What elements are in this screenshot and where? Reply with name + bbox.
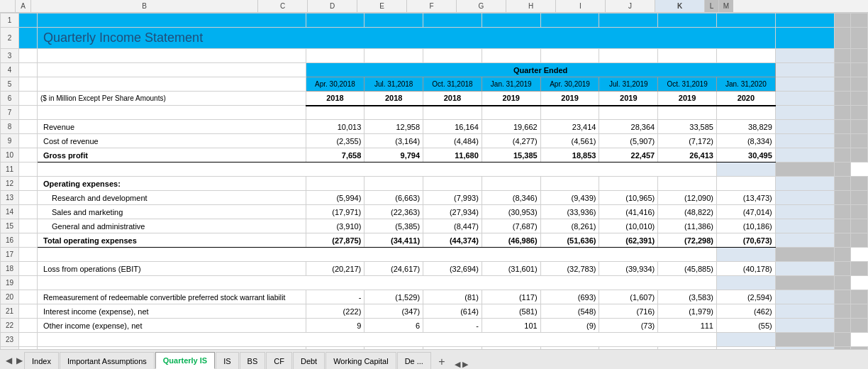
row-num-11: 11 (1, 163, 19, 177)
cell-k11 (716, 163, 775, 177)
row-interest: 21 Interest income (expense), net (222) … (1, 304, 868, 319)
interest-d: (347) (365, 304, 423, 319)
cell-b7 (38, 106, 306, 120)
cell-f1 (482, 13, 540, 28)
tab-index[interactable]: Index (24, 352, 59, 369)
row-num-8: 8 (1, 120, 19, 134)
sales-j: (47,014) (716, 205, 775, 219)
cell-l9 (834, 134, 851, 148)
tab-de[interactable]: De ... (397, 352, 431, 369)
date-g: Apr. 30,2019 (540, 77, 599, 92)
revenue-j: 38,829 (716, 120, 775, 134)
cell-j12 (716, 177, 775, 191)
year-f: 2019 (482, 92, 540, 106)
cell-a12 (19, 177, 38, 191)
cell-a19 (19, 276, 38, 290)
cell-m10 (851, 148, 868, 163)
tab-cf[interactable]: CF (266, 352, 292, 369)
cell-l7 (834, 106, 851, 120)
year-h: 2019 (599, 92, 658, 106)
cell-g1 (540, 13, 599, 28)
tab-bs[interactable]: BS (240, 352, 266, 369)
row-num-2: 2 (1, 28, 19, 49)
topex-h: (62,391) (599, 233, 658, 248)
cell-a16 (19, 233, 38, 248)
revenue-c: 10,013 (306, 120, 365, 134)
cell-k8 (775, 120, 834, 134)
cell-b5 (38, 77, 306, 92)
interest-f: (581) (482, 304, 540, 319)
gross-i: 26,413 (658, 148, 717, 163)
tab-nav-left[interactable]: ◀ (3, 352, 15, 369)
cell-g3 (540, 49, 599, 63)
cell-m9 (851, 134, 868, 148)
year-i: 2019 (658, 92, 717, 106)
tab-working-capital[interactable]: Working Capital (326, 352, 396, 369)
cell-a11 (19, 163, 38, 177)
row-num-9: 9 (1, 134, 19, 148)
cell-l11 (775, 163, 834, 177)
cell-l15 (834, 219, 851, 233)
row-num-18: 18 (1, 262, 19, 276)
cell-m15 (851, 219, 868, 233)
cell-b2: Quarterly Income Statement (38, 28, 776, 49)
cell-k12 (775, 177, 834, 191)
tab-quarterly-is[interactable]: Quarterly IS (155, 352, 215, 369)
tab-add-button[interactable]: + (435, 355, 449, 369)
date-i: Oct. 31,2019 (658, 77, 717, 92)
col-header-l: L (705, 0, 719, 12)
row-cost-revenue: 9 Cost of revenue (2,355) (3,164) (4,484… (1, 134, 868, 148)
cell-a1 (19, 13, 38, 28)
tab-debt[interactable]: Debt (293, 352, 325, 369)
rd-d: (6,663) (365, 191, 423, 205)
topex-j: (70,673) (716, 233, 775, 248)
row-1: 1 (1, 13, 868, 28)
interest-i: (1,979) (658, 304, 717, 319)
row-11: 11 (1, 163, 868, 177)
cell-a3 (19, 49, 38, 63)
tab-is[interactable]: IS (216, 352, 238, 369)
rd-i: (12,090) (658, 191, 717, 205)
ebit-j: (40,178) (716, 262, 775, 276)
cell-k17 (716, 248, 775, 262)
interest-e: (614) (423, 304, 482, 319)
row-rd: 13 Research and development (5,994) (6,6… (1, 191, 868, 205)
cost-g: (4,561) (540, 134, 599, 148)
cell-m17 (834, 248, 851, 262)
row-num-17: 17 (1, 248, 19, 262)
year-e: 2018 (423, 92, 482, 106)
year-d: 2018 (365, 92, 423, 106)
row-sales-marketing: 14 Sales and marketing (17,971) (22,363)… (1, 205, 868, 219)
row-num-22: 22 (1, 319, 19, 333)
cost-f: (4,277) (482, 134, 540, 148)
remeasure-f: (117) (482, 290, 540, 304)
cell-h3 (599, 49, 658, 63)
ebit-g: (32,783) (540, 262, 599, 276)
ebit-i: (45,885) (658, 262, 717, 276)
remeasure-g: (693) (540, 290, 599, 304)
cell-g7 (540, 106, 599, 120)
cell-h12 (599, 177, 658, 191)
cell-k15 (775, 219, 834, 233)
cell-a21 (19, 304, 38, 319)
cell-l8 (834, 120, 851, 134)
gna-g: (8,261) (540, 219, 599, 233)
row-19: 19 (1, 276, 868, 290)
year-g: 2019 (540, 92, 599, 106)
cell-c7 (306, 106, 365, 120)
cell-b23 (38, 333, 717, 347)
tab-important-assumptions[interactable]: Important Assumptions (60, 352, 155, 369)
cell-m21 (851, 304, 868, 319)
interest-h: (716) (599, 304, 658, 319)
tab-nav-right[interactable]: ▶ (15, 352, 24, 369)
label-total-opex: Total operating expenses (38, 233, 306, 248)
cell-l20 (834, 290, 851, 304)
cell-m3 (851, 49, 868, 63)
label-rd: Research and development (38, 191, 306, 205)
cell-l23 (775, 333, 834, 347)
col-header-i: I (556, 0, 606, 12)
cell-l22 (834, 319, 851, 333)
row-num-16: 16 (1, 233, 19, 248)
cell-b4 (38, 63, 306, 77)
col-header-e: E (357, 0, 407, 12)
